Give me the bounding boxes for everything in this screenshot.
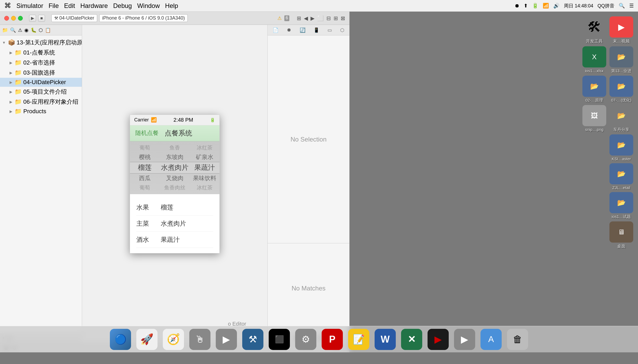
assistant-editor-btn[interactable]: ⊟: [326, 15, 331, 21]
back-btn[interactable]: ◀: [304, 15, 308, 21]
result-row-drinks: 酒水 果蔬汁: [136, 232, 213, 248]
desktop-icon-13[interactable]: 📂 第13…业进: [609, 46, 633, 74]
picker-drinks-hidden1: 冰红茶: [197, 143, 213, 152]
dock-screenflow[interactable]: ▶: [428, 329, 449, 350]
desktop-icon-xlsx[interactable]: X ios1....xlsx: [582, 46, 606, 74]
folder-nav-icon[interactable]: 📁: [2, 27, 8, 33]
picker-item-hidden2: 葡萄: [140, 183, 150, 192]
desktop-icon-ios1[interactable]: 📂 ios1…试题: [609, 192, 633, 219]
dock-pp[interactable]: P: [322, 329, 343, 350]
debug-nav-icon[interactable]: 🐛: [31, 27, 37, 33]
dock-terminal[interactable]: ⬛: [269, 329, 290, 350]
picker-item-dongpo: 东坡肉: [166, 152, 183, 162]
dock-notes[interactable]: 📝: [348, 329, 369, 350]
dock-trash[interactable]: 🗑: [507, 329, 528, 350]
quick-help-icon[interactable]: ⏺: [287, 27, 291, 33]
dock-quicktime[interactable]: ▶: [216, 329, 237, 350]
desktop-icon-snip[interactable]: 🖼 snip....png: [582, 105, 606, 132]
random-order-button[interactable]: 随机点餐: [135, 129, 159, 137]
desktop-icon-zjl[interactable]: 📂 ZJL…etail: [609, 163, 633, 190]
menu-bar: ⌘ Simulator File Edit Hardware Debug Win…: [0, 0, 638, 12]
menu-simulator[interactable]: Simulator: [16, 2, 43, 10]
desktop-icon-desktop[interactable]: 🖥 桌面: [609, 221, 633, 249]
menu-qqpinyin[interactable]: QQ拼音: [597, 3, 614, 9]
stop-button[interactable]: ■: [38, 15, 45, 22]
dock-rocket[interactable]: 🚀: [136, 329, 158, 350]
simulator-area: Carrier 📶 2:48 PM 🔋 随机点餐 点餐系统: [130, 115, 220, 253]
sidebar-item-02[interactable]: ▶ 📁 02-省市选择: [0, 58, 82, 68]
standard-editor-btn[interactable]: ⬜: [317, 15, 324, 21]
attributes-inspector-icon[interactable]: 📱: [313, 27, 319, 33]
inspector-toggle[interactable]: ⊠: [341, 15, 345, 21]
desktop-icon-02[interactable]: 📂 02-…原理: [582, 76, 606, 103]
menu-window[interactable]: Window: [137, 2, 160, 10]
menu-volume-icon[interactable]: 🔊: [553, 3, 560, 9]
xcode-window: ▶ ■ ⚒ 04-UIDatePicker iPhone 6 - iPhone …: [0, 12, 349, 352]
sim-nav-bar: 随机点餐 点餐系统: [130, 125, 219, 141]
xcode-right-panel: 📄 ⏺ 🔄 📱 ▭ ⬡ No Selection No Matches: [267, 25, 349, 343]
menu-hardware[interactable]: Hardware: [80, 2, 108, 10]
apple-menu[interactable]: ⌘: [4, 2, 11, 10]
desktop-icon-devtools[interactable]: 🛠 开发工具: [582, 16, 606, 44]
report-nav-icon[interactable]: 📋: [45, 27, 51, 33]
forward-btn[interactable]: ▶: [311, 15, 314, 21]
run-button[interactable]: ▶: [29, 15, 36, 22]
size-inspector-icon[interactable]: ▭: [327, 27, 332, 33]
dock-prefs[interactable]: ⚙: [295, 329, 316, 350]
sidebar-item-05[interactable]: ▶ 📁 05-项目文件介绍: [0, 87, 82, 97]
menu-record-icon[interactable]: ⏺: [514, 3, 519, 9]
dock-mouse[interactable]: 🖱: [189, 329, 210, 350]
menu-grid-icon[interactable]: ☰: [629, 3, 634, 9]
sidebar-item-03[interactable]: ▶ 📁 03-国旗选择: [0, 68, 82, 78]
menu-edit[interactable]: Edit: [64, 2, 75, 10]
search-nav-icon[interactable]: 🔍: [10, 27, 16, 33]
desktop-icon-07[interactable]: 📂 07-…(优化): [609, 76, 633, 103]
main-value: 水煮肉片: [161, 219, 186, 228]
issues-nav-icon[interactable]: ⚠: [18, 27, 22, 33]
minimize-button[interactable]: [11, 16, 16, 21]
dock-finder[interactable]: 🔵: [110, 329, 131, 350]
xcode-title-bar: ▶ ■ ⚒ 04-UIDatePicker iPhone 6 - iPhone …: [0, 12, 349, 25]
nav-title: 点餐系统: [165, 129, 192, 138]
close-button[interactable]: [4, 16, 9, 21]
xcode-sidebar: 📁 🔍 ⚠ ◉ 🐛 ⬡ 📋 ▼ 📦 13-第1天(应用程序启动原理): [0, 25, 82, 343]
test-nav-icon[interactable]: ◉: [24, 27, 29, 33]
menu-share-icon[interactable]: ⬆: [524, 3, 528, 9]
warning-icon: ⚠: [277, 15, 282, 21]
identity-inspector-icon[interactable]: 🔄: [300, 27, 305, 33]
dock-xcode[interactable]: ⚒: [242, 329, 263, 350]
menu-file[interactable]: File: [48, 2, 59, 10]
dock-app1[interactable]: ▶: [454, 329, 475, 350]
picker-view[interactable]: 葡萄 樱桃 榴莲 西瓜 葡萄 鱼香 东坡肉 水: [130, 141, 219, 194]
picker-main-hidden2: 鱼香肉丝: [164, 183, 185, 192]
dock-app2[interactable]: A: [480, 329, 502, 350]
connections-inspector-icon[interactable]: ⬡: [340, 27, 344, 33]
scheme-selector[interactable]: ⚒ 04-UIDatePicker: [51, 14, 97, 22]
sidebar-item-04[interactable]: ▶ 📁 04-UIDatePicker: [0, 78, 82, 87]
version-editor-btn[interactable]: ⊞: [334, 15, 338, 21]
sidebar-item-products[interactable]: ▶ 📁 Products: [0, 107, 82, 116]
device-selector[interactable]: iPhone 6 - iPhone 6 / iOS 9.0 (13A340): [99, 14, 188, 22]
breakpoint-nav-icon[interactable]: ⬡: [39, 27, 43, 33]
desktop-icon-video[interactable]: ▶ 末…视频: [609, 16, 633, 44]
menu-search-icon[interactable]: 🔍: [619, 3, 625, 9]
dock-safari[interactable]: 🧭: [163, 329, 184, 350]
menu-help[interactable]: Help: [165, 2, 178, 10]
fruit-value: 榴莲: [161, 203, 173, 212]
navigator-toggle[interactable]: ⊞: [297, 15, 301, 21]
tree-root[interactable]: ▼ 📦 13-第1天(应用程序启动原理): [0, 38, 82, 48]
menu-wifi-icon: 📶: [543, 3, 549, 9]
maximize-button[interactable]: [18, 16, 23, 21]
desktop-icon-chedan[interactable]: 📂 车丹分享: [609, 105, 633, 132]
desktop-icon-ksi[interactable]: 📂 KSI…aster: [609, 134, 633, 161]
sidebar-item-01[interactable]: ▶ 📁 01-点餐系统: [0, 48, 82, 58]
dock-excel-x[interactable]: ✕: [401, 329, 422, 350]
desktop-row-3: 📂 02-…原理 📂 07-…(优化): [590, 76, 633, 103]
xcode-content: 📁 🔍 ⚠ ◉ 🐛 ⬡ 📋 ▼ 📦 13-第1天(应用程序启动原理): [0, 25, 349, 343]
sidebar-item-06[interactable]: ▶ 📁 06-应用程序对象介绍: [0, 97, 82, 107]
dock-word[interactable]: W: [375, 329, 396, 350]
file-inspector-icon[interactable]: 📄: [273, 27, 278, 33]
tab-count-badge: 6: [284, 15, 289, 21]
folder-icon-05: 📁: [15, 88, 22, 95]
menu-debug[interactable]: Debug: [113, 2, 132, 10]
